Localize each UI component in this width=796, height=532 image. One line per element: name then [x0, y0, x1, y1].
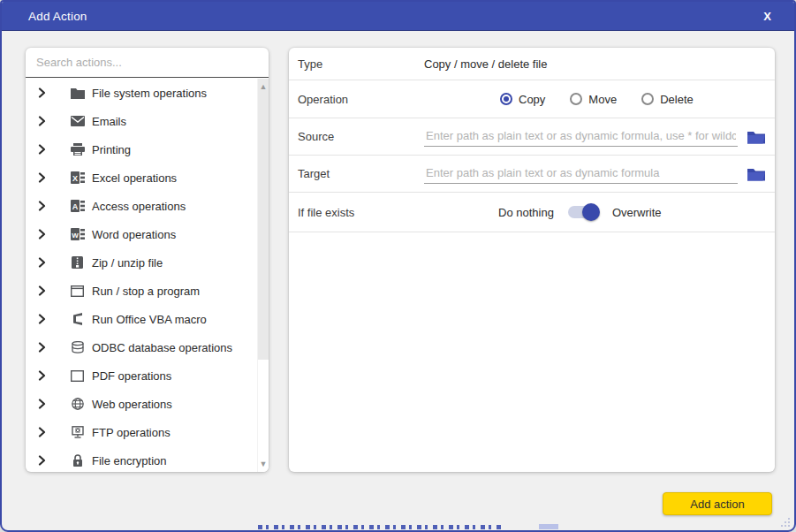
sidebar-item-file-encryption[interactable]: File encryption: [26, 446, 257, 472]
add-action-button[interactable]: Add action: [663, 492, 772, 515]
chevron-right-icon: [38, 399, 50, 409]
printer-icon: [70, 142, 85, 156]
operation-radio-group: Copy Move Delete: [500, 93, 694, 106]
zip-icon: [70, 255, 85, 270]
add-action-dialog: Add Action X File system operations Emai…: [0, 0, 796, 532]
sidebar-item-printing[interactable]: Printing: [26, 135, 257, 163]
window-icon: [70, 284, 85, 298]
sidebar-item-zip-unzip-file[interactable]: Zip / unzip file: [26, 248, 257, 277]
scroll-up-icon[interactable]: ▲: [258, 80, 269, 93]
chevron-right-icon: [38, 201, 50, 211]
svg-text:X: X: [72, 174, 77, 183]
search-bar: [26, 48, 269, 78]
chevron-right-icon: [38, 144, 50, 155]
target-path-input[interactable]: [424, 163, 738, 184]
sidebar-item-word-operations[interactable]: W Word operations: [26, 220, 257, 248]
action-config-panel: Type Copy / move / delete file Operation…: [289, 48, 775, 472]
access-icon: A: [70, 199, 85, 213]
svg-text:W: W: [72, 232, 79, 239]
chevron-right-icon: [38, 116, 50, 126]
sidebar-item-web-operations[interactable]: Web operations: [26, 390, 257, 418]
type-value: Copy / move / delete file: [424, 57, 766, 71]
scroll-down-icon[interactable]: ▼: [258, 458, 269, 470]
lock-icon: [70, 453, 85, 467]
chevron-right-icon: [38, 455, 50, 466]
close-button[interactable]: X: [758, 8, 777, 25]
chevron-right-icon: [38, 314, 50, 324]
sidebar-item-file-system-operations[interactable]: File system operations: [26, 79, 257, 107]
ftp-icon: [70, 425, 85, 439]
folder-icon: [70, 86, 85, 100]
source-label: Source: [298, 130, 424, 143]
type-label: Type: [298, 57, 424, 71]
resize-grip[interactable]: [778, 515, 791, 528]
radio-copy-icon: [500, 93, 512, 105]
excel-icon: X: [70, 171, 85, 185]
sidebar-item-pdf-operations[interactable]: PDF operations: [26, 361, 257, 390]
source-browse-folder-icon[interactable]: [747, 129, 766, 145]
actions-panel: File system operations Emails Printing X…: [26, 48, 269, 472]
toggle-on-label: Overwrite: [612, 206, 662, 219]
target-label: Target: [298, 167, 424, 180]
source-path-input[interactable]: [424, 126, 738, 147]
envelope-icon: [70, 114, 85, 128]
background-window-highlight-peek: [539, 524, 558, 529]
search-input[interactable]: [26, 48, 269, 77]
radio-move[interactable]: Move: [570, 93, 617, 106]
radio-delete-icon: [641, 93, 654, 105]
chevron-right-icon: [38, 370, 50, 381]
database-icon: [70, 340, 85, 354]
chevron-right-icon: [38, 342, 50, 353]
action-category-list: File system operations Emails Printing X…: [26, 79, 257, 472]
sidebar-item-access-operations[interactable]: A Access operations: [26, 192, 257, 220]
word-icon: W: [70, 227, 85, 241]
operation-label: Operation: [298, 93, 424, 106]
operation-row: Operation Copy Move Delete: [289, 80, 775, 118]
background-window-text-peek: [258, 525, 504, 529]
chevron-right-icon: [38, 257, 50, 268]
titlebar: Add Action X: [2, 2, 794, 31]
dialog-title: Add Action: [28, 10, 87, 23]
type-row: Type Copy / move / delete file: [289, 48, 775, 80]
radio-delete[interactable]: Delete: [641, 93, 694, 106]
office-icon: [70, 312, 85, 326]
source-row: Source: [289, 118, 775, 156]
scrollbar[interactable]: ▲ ▼: [257, 79, 269, 472]
chevron-right-icon: [38, 285, 50, 296]
sidebar-item-odbc-database-operations[interactable]: ODBC database operations: [26, 333, 257, 361]
radio-copy[interactable]: Copy: [500, 93, 545, 106]
target-row: Target: [289, 156, 775, 193]
toggle-off-label: Do nothing: [498, 206, 554, 219]
chevron-right-icon: [38, 229, 50, 239]
target-browse-folder-icon[interactable]: [747, 166, 766, 182]
if-file-exists-label: If file exists: [298, 206, 424, 219]
radio-move-icon: [570, 93, 582, 105]
globe-icon: [70, 397, 85, 411]
sidebar-item-ftp-operations[interactable]: FTP operations: [26, 418, 257, 446]
chevron-right-icon: [38, 427, 50, 437]
scrollbar-thumb[interactable]: [258, 79, 269, 360]
chevron-right-icon: [38, 172, 50, 183]
sidebar-item-run-office-vba-macro[interactable]: Run Office VBA macro: [26, 305, 257, 333]
sidebar-item-excel-operations[interactable]: X Excel operations: [26, 163, 257, 192]
overwrite-toggle[interactable]: [568, 206, 598, 218]
chevron-right-icon: [38, 87, 50, 98]
svg-text:A: A: [72, 202, 78, 211]
sidebar-item-emails[interactable]: Emails: [26, 107, 257, 135]
sidebar-item-run-stop-a-program[interactable]: Run / stop a program: [26, 277, 257, 305]
pdf-icon: [70, 369, 85, 383]
if-file-exists-row: If file exists Do nothing Overwrite: [289, 193, 775, 232]
